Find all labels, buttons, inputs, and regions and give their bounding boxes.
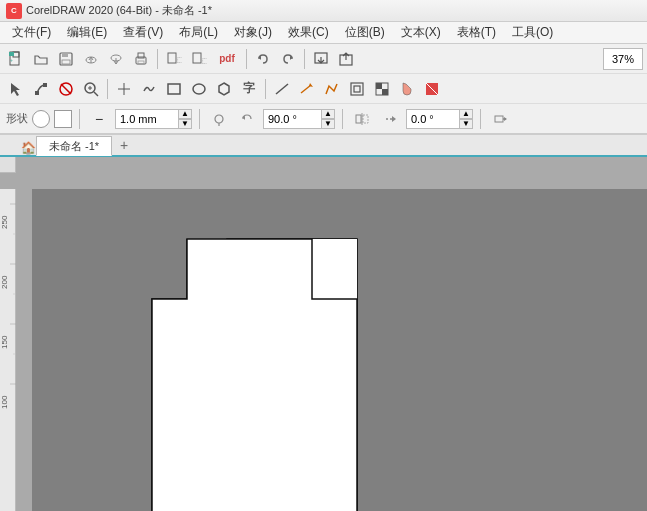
canvas-drawing-area[interactable] [32, 189, 647, 511]
menu-file[interactable]: 文件(F) [4, 22, 59, 43]
ruler-left: 250 200 150 100 [0, 189, 16, 511]
svg-marker-20 [11, 83, 20, 96]
new-button[interactable]: + [4, 47, 28, 71]
zoom-display[interactable]: 37% [603, 48, 643, 70]
menu-bar: 文件(F) 编辑(E) 查看(V) 布局(L) 对象(J) 效果(C) 位图(B… [0, 22, 647, 44]
prop-separator-2 [199, 109, 200, 129]
extra-btn[interactable] [488, 107, 512, 131]
prop-separator-4 [480, 109, 481, 129]
svg-point-32 [193, 84, 205, 94]
offset-input[interactable]: 0.0 ° [406, 109, 461, 129]
menu-view[interactable]: 查看(V) [115, 22, 171, 43]
export2-button[interactable] [334, 47, 358, 71]
refresh-btn[interactable] [235, 107, 259, 131]
svg-text:+: + [10, 57, 13, 63]
offset-spin-down[interactable]: ▼ [459, 119, 473, 129]
export-button[interactable]: ⬚ [187, 47, 211, 71]
redo-button[interactable] [276, 47, 300, 71]
menu-tools[interactable]: 工具(O) [504, 22, 561, 43]
ruler-corner [0, 157, 16, 173]
app-icon: C [6, 3, 22, 19]
import-button[interactable]: ⬚ [162, 47, 186, 71]
title-bar: C CorelDRAW 2020 (64-Bit) - 未命名 -1* [0, 0, 647, 22]
cloud-download-button[interactable] [104, 47, 128, 71]
toolbar-separator-1 [157, 49, 158, 69]
import2-button[interactable] [309, 47, 333, 71]
tab-document[interactable]: 未命名 -1* [36, 136, 112, 156]
angle-input-group: 90.0 ° ▲ ▼ [263, 109, 335, 129]
open-button[interactable] [29, 47, 53, 71]
publish-pdf-button[interactable]: pdf [212, 47, 242, 71]
ellipse-tool[interactable] [187, 77, 211, 101]
svg-rect-47 [356, 115, 361, 123]
svg-text:⬚: ⬚ [177, 56, 182, 63]
title-text: CorelDRAW 2020 (64-Bit) - 未命名 -1* [26, 3, 212, 18]
line-tool[interactable] [270, 77, 294, 101]
angle-spin-up[interactable]: ▲ [321, 109, 335, 119]
menu-layout[interactable]: 布局(L) [171, 22, 226, 43]
width-spin: ▲ ▼ [178, 109, 192, 129]
property-bar: 形状 − 1.0 mm ▲ ▼ 90.0 ° ▲ ▼ [0, 104, 647, 134]
pattern-fill-tool[interactable] [370, 77, 394, 101]
rect-option[interactable] [54, 110, 72, 128]
menu-edit[interactable]: 编辑(E) [59, 22, 115, 43]
print-button[interactable] [129, 47, 153, 71]
svg-line-26 [94, 92, 98, 96]
main-area: 550 500 450 400 350 300 250 200 150 [0, 157, 647, 511]
save-button[interactable] [54, 47, 78, 71]
polygon-tool[interactable] [212, 77, 236, 101]
svg-rect-38 [354, 86, 360, 92]
undo-button[interactable] [251, 47, 275, 71]
toolbar-separator-2 [246, 49, 247, 69]
svg-rect-22 [43, 83, 47, 87]
rectangle-tool[interactable] [162, 77, 186, 101]
angle-input[interactable]: 90.0 ° [263, 109, 323, 129]
svg-line-35 [301, 85, 311, 93]
select-tool[interactable] [4, 77, 28, 101]
text-tool[interactable]: 字 [237, 77, 261, 101]
menu-bitmap[interactable]: 位图(B) [337, 22, 393, 43]
svg-marker-33 [219, 83, 229, 95]
repel-tool[interactable] [54, 77, 78, 101]
svg-rect-14 [193, 53, 201, 63]
svg-text:100: 100 [0, 395, 9, 409]
home-icon[interactable]: 🏠 [20, 141, 36, 155]
menu-object[interactable]: 对象(J) [226, 22, 280, 43]
tab-add-button[interactable]: + [114, 135, 134, 155]
anchor-btn[interactable] [207, 107, 231, 131]
offset-spin-up[interactable]: ▲ [459, 109, 473, 119]
frame-tool[interactable] [345, 77, 369, 101]
tab-label: 未命名 -1* [49, 139, 99, 154]
svg-text:150: 150 [0, 335, 9, 349]
svg-rect-21 [35, 91, 39, 95]
svg-marker-51 [392, 116, 396, 122]
node-tool[interactable] [29, 77, 53, 101]
width-input[interactable]: 1.0 mm [115, 109, 180, 129]
menu-text[interactable]: 文本(X) [393, 22, 449, 43]
snap-btn[interactable] [378, 107, 402, 131]
mirror-btn[interactable] [350, 107, 374, 131]
circle-option[interactable] [32, 110, 50, 128]
crosshair-tool[interactable] [112, 77, 136, 101]
svg-line-24 [61, 84, 71, 94]
fill-tool[interactable] [395, 77, 419, 101]
svg-rect-41 [382, 89, 388, 95]
toolbar-separator-3 [304, 49, 305, 69]
width-spin-up[interactable]: ▲ [178, 109, 192, 119]
svg-rect-5 [62, 53, 68, 57]
cloud-upload-button[interactable] [79, 47, 103, 71]
zoom-tool[interactable] [79, 77, 103, 101]
width-spin-down[interactable]: ▼ [178, 119, 192, 129]
dimension-tool[interactable] [295, 77, 319, 101]
freehand-tool[interactable] [137, 77, 161, 101]
svg-rect-37 [351, 83, 363, 95]
offset-spin: ▲ ▼ [459, 109, 473, 129]
menu-effects[interactable]: 效果(C) [280, 22, 337, 43]
minus-btn[interactable]: − [87, 107, 111, 131]
tab-bar: 🏠 未命名 -1* + [0, 135, 647, 157]
menu-table[interactable]: 表格(T) [449, 22, 504, 43]
angle-spin-down[interactable]: ▼ [321, 119, 335, 129]
shape-tool[interactable] [320, 77, 344, 101]
toolbar-separator-5 [265, 79, 266, 99]
color-eyedropper[interactable] [420, 77, 444, 101]
